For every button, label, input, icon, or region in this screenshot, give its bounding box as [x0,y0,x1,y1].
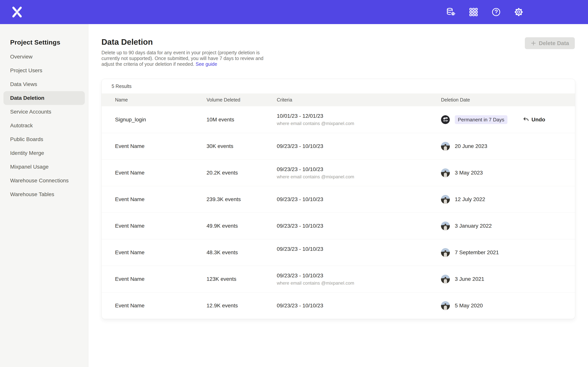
criteria-date-range: 10/01/23 - 12/01/23 [277,113,441,119]
row-criteria: 09/23/23 - 10/10/23 [277,196,441,202]
row-deletion-date: 3 June 2021 [441,275,575,284]
delete-data-button[interactable]: Delete Data [525,37,575,49]
avatar-photo [441,248,450,257]
avatar-photo [441,222,450,230]
column-header-criteria: Criteria [277,97,441,103]
row-name: Event Name [115,143,207,149]
deletion-status-badge: Permanent in 7 Days [455,115,507,124]
undo-button[interactable]: Undo [523,117,545,123]
row-deletion-date: 3 May 2023 [441,168,575,177]
row-criteria: 09/23/23 - 10/10/23 [277,246,441,259]
sidebar-item-public-boards[interactable]: Public Boards [3,133,85,146]
row-deletion-date: 20 June 2023 [441,142,575,151]
criteria-filter: where email contains @mixpanel.com [277,121,441,126]
criteria-date-range: 09/23/23 - 10/10/23 [277,303,441,309]
avatar-illustration-icon [441,115,450,124]
row-deletion-date: 3 January 2022 [441,222,575,230]
user-avatar [441,275,450,284]
settings-gear-icon[interactable] [514,7,524,17]
row-name: Event Name [115,303,207,309]
sidebar-nav: Overview Project Users Data Views Data D… [0,50,88,201]
table-row: Event Name 239.3K events 09/23/23 - 10/1… [102,186,575,213]
deletion-date-text: 7 September 2021 [455,250,499,256]
avatar-photo [441,142,450,151]
sidebar-item-overview[interactable]: Overview [3,50,85,64]
criteria-date-range: 09/23/23 - 10/10/23 [277,166,441,172]
column-header-name: Name [115,97,207,103]
table-row: Signup_login 10M events 10/01/23 - 12/01… [102,106,575,133]
table-header-row: Name Volume Deleted Criteria Deletion Da… [102,93,575,106]
row-criteria: 09/23/23 - 10/10/23 [277,303,441,309]
top-navigation-bar [0,0,588,24]
user-avatar [441,301,450,310]
row-criteria: 09/23/23 - 10/10/23 [277,223,441,229]
criteria-date-range: 09/23/23 - 10/10/23 [277,273,441,279]
user-avatar [441,222,450,230]
row-name: Event Name [115,276,207,282]
row-criteria: 09/23/23 - 10/10/23 where email contains… [277,273,441,286]
data-settings-icon[interactable] [446,7,456,17]
apps-grid-icon[interactable] [469,7,478,17]
sidebar: Project Settings Overview Project Users … [0,24,88,367]
row-volume: 49.9K events [207,223,277,229]
avatar-photo [441,301,450,310]
deletion-date-text: 3 January 2022 [455,223,492,229]
results-count: 5 Results [102,79,575,93]
mixpanel-logo-icon[interactable] [11,6,23,18]
user-avatar [441,142,450,151]
criteria-date-range: 09/23/23 - 10/10/23 [277,246,441,252]
sidebar-item-identity-merge[interactable]: Identity Merge [3,146,85,160]
user-avatar [441,168,450,177]
row-deletion-date: 12 July 2022 [441,195,575,204]
sidebar-item-data-deletion[interactable]: Data Deletion [3,91,85,105]
column-header-volume: Volume Deleted [207,97,277,103]
table-row: Event Name 49.9K events 09/23/23 - 10/10… [102,213,575,239]
table-row: Event Name 123K events 09/23/23 - 10/10/… [102,266,575,292]
sidebar-item-project-users[interactable]: Project Users [3,64,85,77]
criteria-date-range: 09/23/23 - 10/10/23 [277,143,441,149]
row-deletion-date: 7 September 2021 [441,248,575,257]
row-name: Event Name [115,170,207,176]
row-volume: 12.9K events [207,303,277,309]
deletion-date-text: 5 May 2020 [455,303,483,309]
table-row: Event Name 30K events 09/23/23 - 10/10/2… [102,133,575,159]
row-volume: 48.3K events [207,250,277,256]
table-row: Event Name 20.2K events 09/23/23 - 10/10… [102,159,575,186]
row-name: Event Name [115,223,207,229]
row-volume: 30K events [207,143,277,149]
data-deletion-table-card: 5 Results Name Volume Deleted Criteria D… [102,79,575,319]
main-content: Data Deletion Delete up to 90 days data … [88,24,588,367]
avatar-photo [441,168,450,177]
table-row: Event Name 12.9K events 09/23/23 - 10/10… [102,292,575,319]
deletion-date-text: 3 June 2021 [455,276,484,282]
avatar-photo [441,275,450,284]
row-criteria: 09/23/23 - 10/10/23 [277,143,441,149]
row-volume: 10M events [207,117,277,123]
criteria-filter: where email contains @mixpanel.com [277,174,441,179]
row-name: Signup_login [115,117,207,123]
sidebar-item-service-accounts[interactable]: Service Accounts [3,105,85,119]
help-icon[interactable] [491,7,501,17]
row-name: Event Name [115,250,207,256]
row-volume: 123K events [207,276,277,282]
sidebar-item-warehouse-tables[interactable]: Warehouse Tables [3,188,85,201]
criteria-date-range: 09/23/23 - 10/10/23 [277,223,441,229]
page-description: Delete up to 90 days data for any event … [102,50,271,67]
top-nav-icons [446,7,588,17]
deletion-date-text: 20 June 2023 [455,143,487,149]
row-name: Event Name [115,196,207,202]
row-volume: 239.3K events [207,196,277,202]
row-volume: 20.2K events [207,170,277,176]
deletion-date-text: 12 July 2022 [455,196,485,202]
deletion-date-text: 3 May 2023 [455,170,483,176]
avatar-photo [441,195,450,204]
row-criteria: 09/23/23 - 10/10/23 where email contains… [277,166,441,179]
sidebar-item-warehouse-connections[interactable]: Warehouse Connections [3,174,85,188]
sidebar-item-autotrack[interactable]: Autotrack [3,119,85,133]
sidebar-item-mixpanel-usage[interactable]: Mixpanel Usage [3,160,85,174]
plus-icon [531,40,536,46]
sidebar-item-data-views[interactable]: Data Views [3,77,85,91]
see-guide-link[interactable]: See guide [196,61,217,67]
row-criteria: 10/01/23 - 12/01/23 where email contains… [277,113,441,126]
sidebar-heading: Project Settings [10,39,88,46]
